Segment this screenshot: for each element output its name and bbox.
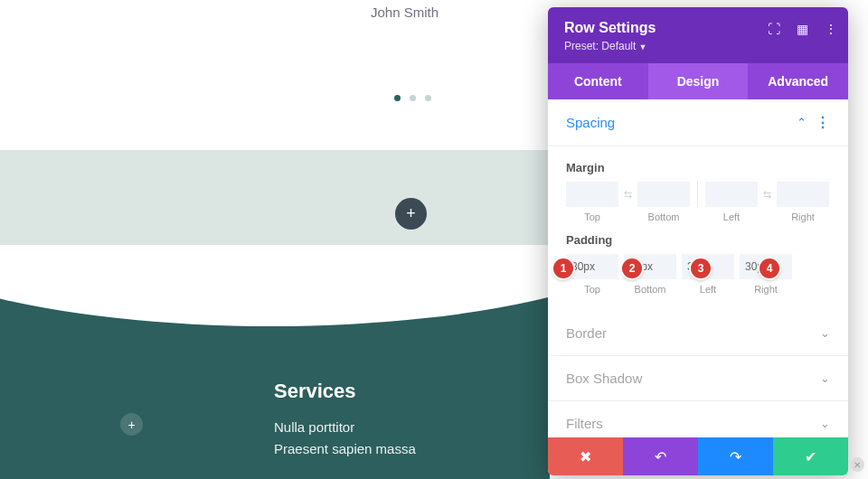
chevron-down-icon: ⌄ [820, 326, 830, 340]
redo-icon: ↷ [730, 448, 741, 465]
link-icon[interactable]: ⇆ [624, 189, 632, 201]
service-item[interactable]: Praesent sapien massa [274, 441, 416, 456]
check-icon: ✔ [805, 448, 816, 465]
section-box-shadow[interactable]: Box Shadow ⌄ [548, 356, 848, 401]
padding-top-input[interactable] [566, 254, 618, 279]
plus-icon: + [127, 418, 135, 432]
tab-design[interactable]: Design [648, 63, 749, 99]
chevron-up-icon: ⌃ [797, 116, 807, 129]
sublabel-left: Left [723, 211, 740, 222]
panel-tabs: Content Design Advanced [548, 63, 848, 99]
close-icon: ✖ [580, 448, 591, 465]
section-spacing[interactable]: Spacing ⌃ ⋮ [548, 99, 848, 146]
chevron-down-icon: ⌄ [820, 371, 830, 385]
carousel-dot-2[interactable] [410, 95, 416, 101]
chevron-down-icon: ▼ [638, 42, 646, 52]
panel-header[interactable]: Row Settings Preset: Default▼ ⛶ ▦ ⋮ [548, 7, 848, 63]
add-section-button[interactable]: + [395, 198, 427, 230]
cancel-button[interactable]: ✖ [548, 437, 623, 475]
preset-selector[interactable]: Preset: Default▼ [564, 40, 832, 52]
sublabel-bottom: Bottom [635, 284, 666, 295]
callout-1: 1 [553, 258, 573, 278]
expand-icon[interactable]: ⛶ [768, 22, 780, 36]
panel-footer: ✖ ↶ ↷ ✔ [548, 437, 848, 475]
callout-4: 4 [760, 258, 779, 278]
save-button[interactable]: ✔ [773, 437, 848, 475]
margin-right-input[interactable] [777, 182, 829, 207]
margin-top-input[interactable] [566, 182, 618, 207]
callout-3: 3 [691, 258, 711, 278]
sublabel-top: Top [584, 284, 600, 295]
settings-panel: Row Settings Preset: Default▼ ⛶ ▦ ⋮ Cont… [548, 7, 848, 475]
redo-button[interactable]: ↷ [698, 437, 773, 475]
tab-content[interactable]: Content [548, 63, 648, 99]
sublabel-right: Right [754, 284, 778, 295]
link-icon[interactable]: ⇆ [763, 189, 771, 201]
empty-section[interactable] [0, 150, 550, 245]
drag-icon[interactable]: ▦ [797, 22, 808, 36]
undo-button[interactable]: ↶ [623, 437, 698, 475]
carousel-dot-1[interactable] [394, 95, 401, 101]
author-name: John Smith [371, 5, 439, 20]
plus-icon: + [406, 204, 416, 223]
section-border[interactable]: Border ⌄ [548, 311, 848, 356]
sublabel-top: Top [584, 211, 600, 222]
service-item[interactable]: Nulla porttitor [274, 419, 416, 435]
margin-bottom-input[interactable] [637, 182, 690, 207]
section-menu-icon[interactable]: ⋮ [816, 114, 830, 131]
margin-left-input[interactable] [705, 182, 758, 207]
tab-advanced[interactable]: Advanced [748, 63, 848, 99]
sublabel-right: Right [791, 211, 815, 222]
menu-icon[interactable]: ⋮ [825, 22, 837, 36]
sublabel-left: Left [700, 284, 716, 295]
carousel-dots[interactable] [394, 95, 431, 101]
sublabel-bottom: Bottom [648, 211, 680, 222]
dismiss-icon[interactable]: ✕ [850, 457, 864, 472]
services-block: Services Nulla porttitor Praesent sapien… [274, 380, 416, 463]
undo-icon: ↶ [655, 448, 666, 465]
add-module-button[interactable]: + [120, 413, 143, 436]
padding-label: Padding [566, 233, 830, 247]
chevron-down-icon: ⌄ [820, 417, 830, 430]
carousel-dot-3[interactable] [425, 95, 431, 101]
spacing-body: Margin Top ⇆ Bottom Left ⇆ [548, 146, 848, 311]
callout-2: 2 [622, 258, 642, 278]
margin-label: Margin [566, 161, 830, 174]
section-filters[interactable]: Filters ⌄ [548, 401, 848, 437]
services-heading: Services [274, 380, 416, 403]
